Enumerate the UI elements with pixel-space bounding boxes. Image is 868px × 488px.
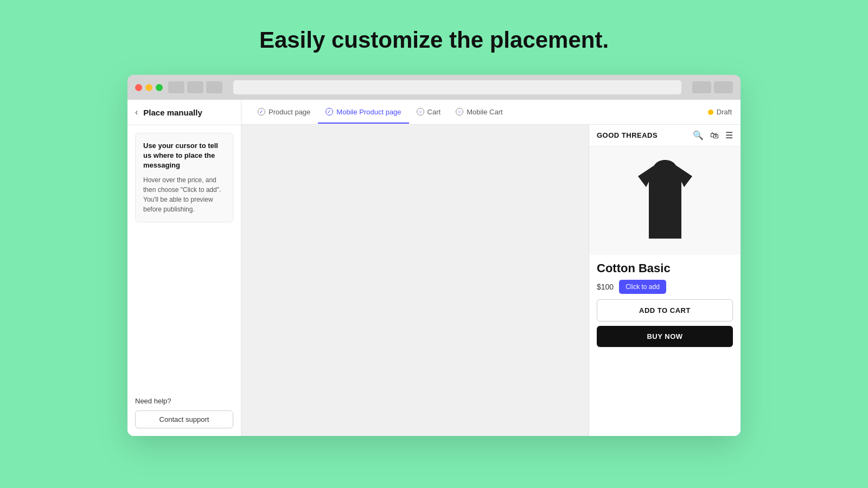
maximize-button-green[interactable] — [156, 84, 163, 91]
help-label: Need help? — [135, 397, 233, 405]
draft-dot-icon — [708, 110, 713, 115]
tab-mobile-product-page-label: Mobile Product page — [336, 108, 401, 116]
sidebar-info-text: Hover over the price, and then choose "C… — [143, 175, 225, 214]
browser-right-btn-2[interactable] — [714, 81, 733, 93]
sidebar-title: Place manually — [143, 108, 202, 117]
tab-mobile-cart[interactable]: ○ Mobile Cart — [448, 101, 510, 124]
cart-icon[interactable]: 🛍 — [710, 131, 719, 140]
minimize-button-yellow[interactable] — [145, 84, 152, 91]
store-name: GOOD THREADS — [597, 131, 658, 139]
add-to-cart-button[interactable]: ADD TO CART — [597, 299, 733, 322]
contact-support-button[interactable]: Contact support — [135, 410, 233, 428]
close-button-red[interactable] — [135, 84, 142, 91]
buy-now-button[interactable]: BUY NOW — [597, 326, 733, 347]
product-image — [589, 146, 741, 255]
menu-icon[interactable]: ☰ — [725, 130, 733, 140]
tab-check-icon-mobile-cart: ○ — [456, 108, 463, 115]
tab-check-icon-product: ✓ — [258, 108, 265, 115]
preview-area: GOOD THREADS 🔍 🛍 ☰ — [241, 125, 741, 436]
sidebar-spacer — [127, 230, 241, 389]
click-to-add-button[interactable]: Click to add — [619, 280, 666, 294]
tshirt-svg — [627, 157, 703, 244]
tabs-right: Draft — [708, 108, 732, 116]
browser-right-buttons — [692, 81, 733, 93]
main-area: ✓ Product page ✓ Mobile Product page ○ C… — [241, 100, 741, 436]
tab-check-icon-mobile-product: ✓ — [326, 108, 333, 115]
browser-chrome — [127, 75, 741, 100]
product-price: $100 — [597, 282, 614, 291]
sidebar-header: ‹ Place manually — [127, 100, 241, 125]
back-browser-btn[interactable] — [168, 81, 184, 93]
url-bar[interactable] — [233, 80, 681, 94]
mobile-product-info: Cotton Basic $100 Click to add ADD TO CA… — [589, 255, 741, 354]
sidebar-help: Need help? Contact support — [127, 389, 241, 436]
page-heading: Easily customize the placement. — [259, 27, 609, 53]
refresh-browser-btn[interactable] — [206, 81, 222, 93]
back-arrow-icon[interactable]: ‹ — [135, 107, 138, 117]
tab-mobile-product-page[interactable]: ✓ Mobile Product page — [318, 101, 409, 124]
preview-left-empty — [241, 125, 589, 436]
browser-window: ‹ Place manually Use your cursor to tell… — [127, 75, 741, 436]
browser-nav-buttons — [168, 81, 222, 93]
price-row: $100 Click to add — [597, 280, 733, 294]
mobile-product-preview: GOOD THREADS 🔍 🛍 ☰ — [589, 125, 741, 436]
tabs-bar: ✓ Product page ✓ Mobile Product page ○ C… — [241, 100, 741, 125]
traffic-lights — [135, 84, 163, 91]
search-icon[interactable]: 🔍 — [693, 130, 704, 140]
draft-label: Draft — [717, 108, 732, 116]
sidebar-info-box: Use your cursor to tell us where to plac… — [135, 133, 233, 222]
browser-content: ‹ Place manually Use your cursor to tell… — [127, 100, 741, 436]
tab-cart-label: Cart — [427, 108, 441, 116]
tab-product-page[interactable]: ✓ Product page — [250, 101, 318, 124]
browser-right-btn-1[interactable] — [692, 81, 711, 93]
product-name: Cotton Basic — [597, 261, 733, 275]
tab-check-icon-cart: ○ — [417, 108, 424, 115]
tab-product-page-label: Product page — [269, 108, 310, 116]
tab-cart[interactable]: ○ Cart — [409, 101, 449, 124]
mobile-header-icons: 🔍 🛍 ☰ — [693, 130, 733, 140]
forward-browser-btn[interactable] — [187, 81, 203, 93]
mobile-store-header: GOOD THREADS 🔍 🛍 ☰ — [589, 125, 741, 146]
tab-mobile-cart-label: Mobile Cart — [467, 108, 502, 116]
sidebar: ‹ Place manually Use your cursor to tell… — [127, 100, 241, 436]
sidebar-info-title: Use your cursor to tell us where to plac… — [143, 141, 225, 171]
